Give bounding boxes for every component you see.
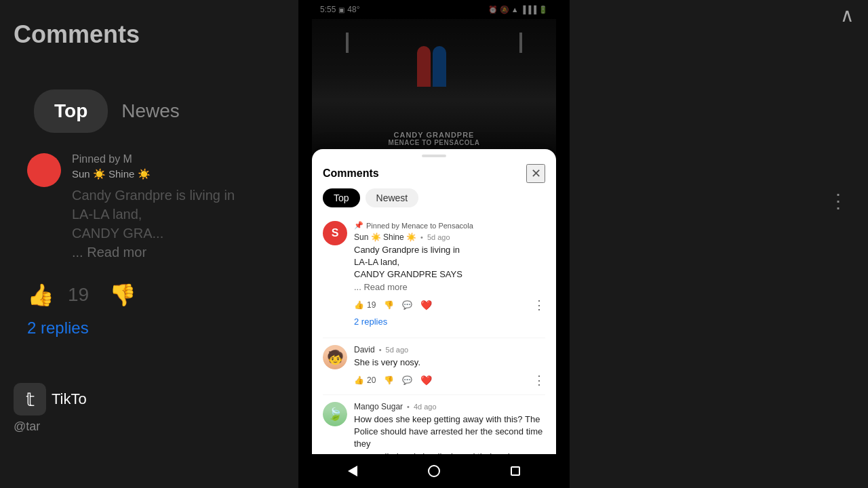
comment-actions-2: 👍 20 👎 💬 ❤️ ⋮ — [354, 373, 545, 388]
bg-comments-heading: Comments — [14, 20, 285, 49]
comment-meta-2: David • 5d ago — [354, 345, 545, 354]
comment-author-3: Mango Sugar — [354, 402, 403, 411]
reply-button-2[interactable]: 💬 — [402, 375, 412, 385]
avatar-img-d: 🧒 — [323, 345, 347, 369]
comments-modal: Comments ✕ Top Newest S 📌 Pinned by Mena… — [312, 149, 556, 454]
avatar-s: S — [323, 221, 347, 245]
heart-emoji: ❤️ — [420, 300, 432, 310]
comment-author-1: Sun ☀️ Shine ☀️ — [354, 232, 416, 242]
bg-comment-content: Pinned by M Sun ☀️ Shine ☀️ Candy Grandp… — [72, 153, 271, 262]
comment-content-3: Mango Sugar • 4d ago How does she keep g… — [354, 402, 545, 454]
read-more-1[interactable]: ... Read more — [354, 282, 408, 292]
comment-time-1: 5d ago — [427, 233, 450, 241]
like-button-2[interactable]: 👍 20 — [354, 375, 376, 385]
modal-header: Comments ✕ — [312, 157, 556, 188]
comment-item-2: 🧒 David • 5d ago She is very nosy. 👍 — [323, 338, 545, 395]
comment-author-2: David — [354, 345, 375, 354]
home-button[interactable] — [420, 461, 448, 481]
bg-left-panel: Comments Top Newes Pinned by M Sun ☀️ Sh… — [0, 0, 298, 488]
bg-newest-tab: Newes — [121, 100, 180, 122]
tab-newest[interactable]: Newest — [366, 188, 419, 207]
bg-tab-area: Top Newes — [14, 89, 285, 133]
chat-icon: 💬 — [402, 300, 412, 310]
comment-text-1: Candy Grandpre is living in LA-LA land, … — [354, 244, 545, 293]
tiktok-logo-bg: 𝕥 — [14, 383, 46, 415]
comment-content-1: 📌 Pinned by Menace to Pensacola Sun ☀️ S… — [354, 221, 545, 331]
bg-comment-row: Pinned by M Sun ☀️ Shine ☀️ Candy Grandp… — [14, 153, 285, 262]
bg-avatar — [27, 153, 61, 187]
bg-replies: 2 replies — [14, 308, 285, 348]
comment-menu-2[interactable]: ⋮ — [533, 373, 545, 388]
tab-top[interactable]: Top — [323, 188, 360, 207]
dislike-button-1[interactable]: 👎 — [384, 300, 394, 310]
recents-icon — [511, 466, 520, 476]
bg-comment-body: Candy Grandpre is living in LA-LA land, … — [72, 186, 271, 262]
avatar-d: 🧒 — [323, 345, 347, 369]
comment-actions-1: 👍 19 👎 💬 ❤️ ⋮ — [354, 298, 545, 312]
bg-three-dots-right: ⋮ — [829, 190, 848, 212]
thumbs-up-icon: 👍 — [354, 300, 364, 310]
comments-list[interactable]: S 📌 Pinned by Menace to Pensacola Sun ☀️… — [312, 214, 556, 454]
comment-time-3: 4d ago — [414, 403, 437, 411]
comment-item: S 📌 Pinned by Menace to Pensacola Sun ☀️… — [323, 214, 545, 338]
phone-container: 5:55 ▣ 48° ⏰ 🔕 ▲ ▐▐▐ 🔋 CANDY G — [312, 0, 556, 488]
bg-top-tab: Top — [34, 89, 108, 133]
thumbs-down-icon: 👎 — [384, 300, 394, 310]
back-button[interactable] — [339, 461, 366, 481]
recents-button[interactable] — [502, 461, 529, 481]
chat-icon-2: 💬 — [402, 375, 412, 385]
comment-meta-1: Sun ☀️ Shine ☀️ • 5d ago — [354, 232, 545, 242]
comment-menu-1[interactable]: ⋮ — [533, 298, 545, 312]
emoji-reactions-2: ❤️ — [420, 375, 432, 386]
home-icon — [428, 465, 440, 477]
comment-time-2: 5d ago — [386, 346, 409, 354]
heart-emoji-2: ❤️ — [420, 375, 432, 386]
comment-text-2: She is very nosy. — [354, 357, 545, 369]
bg-right-panel: ∧ ⋮ — [570, 0, 868, 488]
comment-item-3: 🍃 Mango Sugar • 4d ago How does she keep… — [323, 395, 545, 454]
tabs-container: Top Newest — [312, 188, 556, 214]
avatar-m: 🍃 — [323, 402, 347, 426]
close-modal-button[interactable]: ✕ — [526, 164, 545, 183]
modal-title: Comments — [323, 167, 379, 180]
reply-button-1[interactable]: 💬 — [402, 300, 412, 310]
bg-tiktok-area: 𝕥 TikTo @tar — [14, 383, 87, 434]
emoji-reactions-1: ❤️ — [420, 300, 432, 310]
comment-meta-3: Mango Sugar • 4d ago — [354, 402, 545, 411]
replies-link-1[interactable]: 2 replies — [354, 312, 545, 331]
thumbs-down-icon-2: 👎 — [384, 375, 394, 385]
back-icon — [348, 466, 357, 476]
dislike-button-2[interactable]: 👎 — [384, 375, 394, 385]
avatar-img-m: 🍃 — [323, 402, 347, 426]
comment-text-3: How does she keep getting away with this… — [354, 413, 545, 454]
thumbs-up-icon-2: 👍 — [354, 375, 364, 385]
bg-chevron-up: ∧ — [840, 4, 854, 26]
pinned-label: 📌 Pinned by Menace to Pensacola — [354, 221, 545, 230]
pin-icon: 📌 — [354, 221, 363, 230]
bg-actions: 👍 19 👎 — [14, 268, 285, 308]
nav-bar — [312, 454, 556, 488]
like-button-1[interactable]: 👍 19 — [354, 300, 376, 310]
bg-pinned: Pinned by M — [72, 153, 271, 165]
comment-content-2: David • 5d ago She is very nosy. 👍 20 — [354, 345, 545, 388]
bg-sun-text: Sun ☀️ Shine ☀️ — [72, 168, 271, 180]
